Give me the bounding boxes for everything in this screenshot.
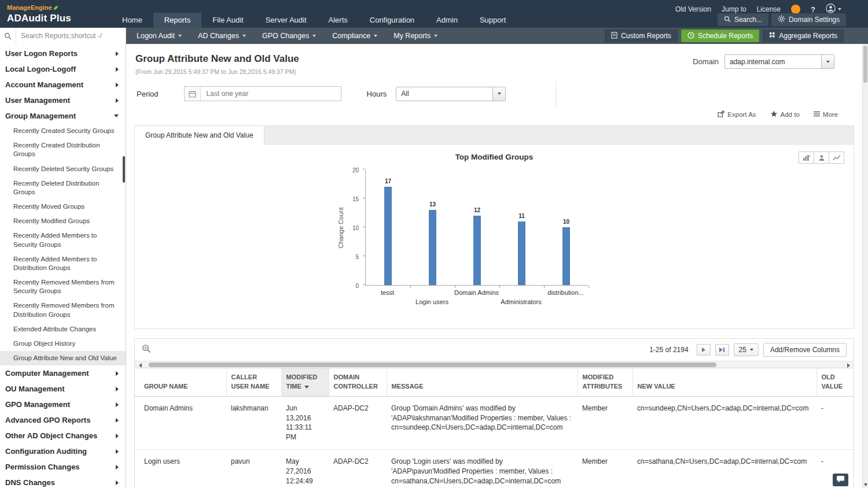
sidebar-item-advanced-gpo-reports[interactable]: Advanced GPO Reports xyxy=(0,412,126,428)
column-header-group-name[interactable]: GROUP NAME xyxy=(135,368,226,396)
menu-gpo-changes[interactable]: GPO Changes xyxy=(254,28,324,44)
sidebar-subitem-recently-deleted-distribution-groups[interactable]: Recently Deleted Distribution Groups xyxy=(0,176,126,199)
horizontal-scrollbar-thumb[interactable] xyxy=(149,363,716,367)
period-input[interactable] xyxy=(201,87,341,101)
horizontal-scrollbar[interactable] xyxy=(135,361,854,368)
menu-ad-changes[interactable]: AD Changes xyxy=(190,28,254,44)
sidebar-subitem-recently-added-members-to-distribution-groups[interactable]: Recently Added Members to Distribution G… xyxy=(0,252,126,275)
menu-logon-audit[interactable]: Logon Audit xyxy=(128,28,190,44)
column-header-modified-time[interactable]: MODIFIED TIME xyxy=(281,368,329,396)
nav-home[interactable]: Home xyxy=(111,13,153,28)
sidebar-subitem-group-object-history[interactable]: Group Object History xyxy=(0,337,126,351)
sidebar-item-dns-changes[interactable]: DNS Changes xyxy=(0,475,126,488)
search-button[interactable]: Search... xyxy=(718,13,768,26)
sidebar-subitem-recently-deleted-security-groups[interactable]: Recently Deleted Security Groups xyxy=(0,162,126,176)
nav-file-audit[interactable]: File Audit xyxy=(201,13,254,28)
sidebar-item-ou-management[interactable]: OU Management xyxy=(0,381,126,397)
vertical-scrollbar[interactable] xyxy=(862,44,868,488)
nav-alerts[interactable]: Alerts xyxy=(318,13,359,28)
column-header-domain-controller[interactable]: DOMAIN CONTROLLER xyxy=(329,368,387,396)
tab-group-attribute-new-and-old-value[interactable]: Group Attribute New and Old Value xyxy=(135,126,264,145)
sidebar-item-computer-management[interactable]: Computer Management xyxy=(0,365,126,381)
sidebar-subitem-recently-removed-members-from-distribution-groups[interactable]: Recently Removed Members from Distributi… xyxy=(0,298,126,321)
chart-bar[interactable] xyxy=(473,216,481,285)
menu-my-reports[interactable]: My Reports xyxy=(385,28,446,44)
sidebar-subitem-recently-removed-members-from-security-groups[interactable]: Recently Removed Members from Security G… xyxy=(0,275,126,298)
column-header-message[interactable]: MESSAGE xyxy=(387,368,578,396)
menu-compliance[interactable]: Compliance xyxy=(324,28,385,44)
column-search-icon[interactable] xyxy=(142,344,151,356)
sidebar-subitem-recently-created-distribution-groups[interactable]: Recently Created Distribution Groups xyxy=(0,138,126,161)
hours-select[interactable]: All xyxy=(396,87,506,101)
jump-to-link[interactable]: Jump to xyxy=(722,5,746,13)
export-as-link[interactable]: Export As xyxy=(718,110,756,119)
old-version-link[interactable]: Old Version xyxy=(675,5,711,13)
sidebar-subitem-recently-added-members-to-security-groups[interactable]: Recently Added Members to Security Group… xyxy=(0,228,126,252)
last-page-button[interactable] xyxy=(715,344,729,356)
sidebar-item-configuration-auditing[interactable]: Configuration Auditing xyxy=(0,443,126,459)
sidebar-subitem-group-attribute-new-and-old-value[interactable]: Group Attribute New and Old Value xyxy=(0,351,126,365)
table-row[interactable]: Domain AdminslakshmananJun 13,2016 11:33… xyxy=(135,396,854,449)
x-axis-category-label: Domain Admins xyxy=(448,289,505,296)
sidebar-item-other-ad-object-changes[interactable]: Other AD Object Changes xyxy=(0,428,126,443)
chart-bar[interactable] xyxy=(562,227,570,285)
export-icon xyxy=(718,110,724,119)
scroll-down-arrow[interactable] xyxy=(864,483,867,486)
column-header-new-value[interactable]: NEW VALUE xyxy=(632,368,816,396)
chart-bar[interactable] xyxy=(429,210,436,285)
page-size-select[interactable]: 25 xyxy=(734,343,759,356)
aggregate-reports-button[interactable]: Aggregate Reports xyxy=(763,29,844,42)
vertical-scrollbar-thumb[interactable] xyxy=(863,46,867,83)
sidebar-subitem-recently-modified-groups[interactable]: Recently Modified Groups xyxy=(0,214,126,228)
sidebar-item-account-management[interactable]: Account Management xyxy=(0,77,126,93)
sidebar-subitem-recently-moved-groups[interactable]: Recently Moved Groups xyxy=(0,199,126,214)
next-page-button[interactable] xyxy=(697,344,711,356)
chart-bar[interactable] xyxy=(384,187,392,285)
pagination-range: 1-25 of 2194 xyxy=(649,346,688,354)
gear-icon xyxy=(778,15,785,24)
chart-bar[interactable] xyxy=(518,221,525,285)
scroll-left-arrow[interactable] xyxy=(136,363,144,368)
x-axis-category-label: distribution... xyxy=(538,289,594,296)
nav-configuration[interactable]: Configuration xyxy=(359,13,425,28)
sidebar-item-group-management[interactable]: Group Management xyxy=(0,108,126,124)
domain-settings-button[interactable]: Domain Settings xyxy=(771,13,846,26)
help-icon[interactable]: ? xyxy=(811,5,815,14)
user-summary-view-button[interactable] xyxy=(814,151,829,164)
column-header-modified-attributes[interactable]: MODIFIED ATTRIBUTES xyxy=(578,368,632,396)
add-remove-columns-button[interactable]: Add/Remove Columns xyxy=(763,343,847,357)
next-page-icon xyxy=(702,347,705,352)
column-header-caller-user-name[interactable]: CALLER USER NAME xyxy=(226,368,281,396)
sidebar-subitem-recently-created-security-groups[interactable]: Recently Created Security Groups xyxy=(0,124,126,138)
chevron-right-icon xyxy=(116,67,119,72)
bar-chart-view-button[interactable] xyxy=(799,151,814,164)
nav-reports[interactable]: Reports xyxy=(153,13,202,28)
custom-reports-button[interactable]: Custom Reports xyxy=(605,29,678,42)
x-axis: tesstLogin usersDomain AdminsAdministrat… xyxy=(365,286,588,309)
sidebar-item-local-logon-logoff[interactable]: Local Logon-Logoff xyxy=(0,61,126,77)
nav-admin[interactable]: Admin xyxy=(425,13,469,28)
sidebar-subitem-extended-attribute-changes[interactable]: Extended Attribute Changes xyxy=(0,322,126,337)
search-icon[interactable] xyxy=(0,28,16,44)
report-search-input[interactable] xyxy=(16,28,126,44)
sidebar-item-user-logon-reports[interactable]: User Logon Reports xyxy=(0,46,126,61)
chevron-right-icon xyxy=(116,387,119,391)
line-chart-view-button[interactable] xyxy=(829,151,844,164)
sidebar-item-gpo-management[interactable]: GPO Management xyxy=(0,397,126,412)
sidebar-item-user-management[interactable]: User Management xyxy=(0,93,126,108)
support-icon[interactable] xyxy=(791,5,800,14)
sidebar-scrollbar-thumb[interactable] xyxy=(123,156,125,183)
domain-select[interactable]: adap.internal.com xyxy=(724,54,834,69)
schedule-reports-button[interactable]: Schedule Reports xyxy=(681,29,759,42)
add-to-link[interactable]: Add to xyxy=(770,110,800,119)
nav-support[interactable]: Support xyxy=(469,13,517,28)
feedback-button[interactable] xyxy=(833,474,848,486)
scroll-right-arrow[interactable] xyxy=(844,363,852,368)
calendar-icon[interactable] xyxy=(185,87,201,101)
license-link[interactable]: License xyxy=(757,5,781,13)
column-header-old-value[interactable]: OLD VALUE xyxy=(816,368,854,396)
sidebar-item-permission-changes[interactable]: Permission Changes xyxy=(0,459,126,475)
table-row[interactable]: Login userspavunMay 27,2016 12:24:49ADAP… xyxy=(135,450,854,488)
more-link[interactable]: More xyxy=(814,111,838,118)
nav-server-audit[interactable]: Server Audit xyxy=(255,13,318,28)
